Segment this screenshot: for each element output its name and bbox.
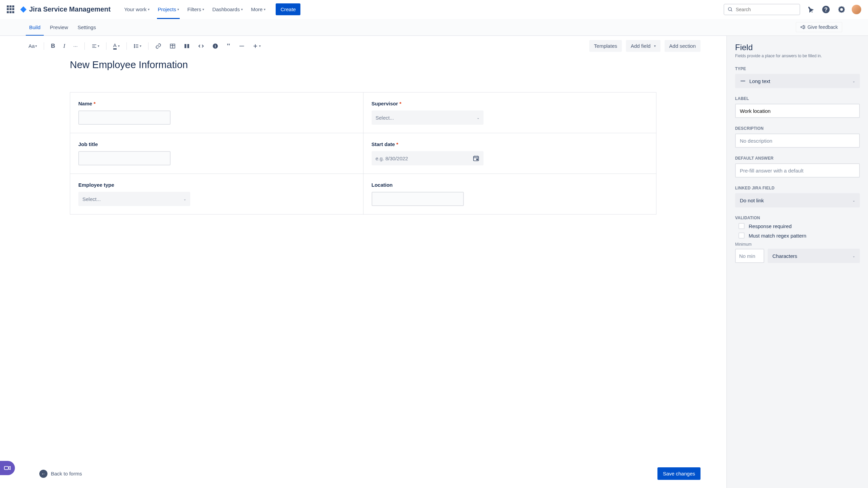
chevron-down-icon: ⌄ xyxy=(852,254,855,258)
save-changes-button[interactable]: Save changes xyxy=(657,467,701,480)
nav-more[interactable]: More▾ xyxy=(248,0,269,19)
quote-button[interactable]: " xyxy=(224,42,233,50)
field-label-name: Name * xyxy=(78,101,355,106)
linked-jira-field-select[interactable]: Do not link ⌄ xyxy=(735,193,860,207)
chevron-down-icon: ▾ xyxy=(241,7,243,11)
regex-label: Must match regex pattern xyxy=(749,233,806,239)
supervisor-select[interactable]: Select... ⌄ xyxy=(372,110,484,125)
code-button[interactable] xyxy=(195,41,207,51)
field-label-start-date: Start date * xyxy=(372,141,648,147)
templates-button[interactable]: Templates xyxy=(589,40,622,52)
regex-row: Must match regex pattern xyxy=(738,232,860,239)
chevron-down-icon: ⌄ xyxy=(183,197,186,201)
list-button[interactable]: ▾ xyxy=(131,41,144,51)
description-label: DESCRIPTION xyxy=(735,126,860,131)
insert-button[interactable]: ▾ xyxy=(250,42,263,50)
user-avatar[interactable] xyxy=(852,5,861,14)
minimum-unit-select[interactable]: Characters ⌄ xyxy=(768,249,860,263)
settings-icon[interactable] xyxy=(836,4,847,15)
document-title[interactable]: New Employee Information xyxy=(70,59,656,70)
tab-settings[interactable]: Settings xyxy=(74,20,99,35)
svg-rect-27 xyxy=(476,159,477,160)
label-label: LABEL xyxy=(735,96,860,101)
form-row: Job title Start date * e.g. 8/30/2022 xyxy=(70,133,656,174)
add-field-button[interactable]: Add field▾ xyxy=(626,40,660,52)
minimum-input[interactable] xyxy=(735,249,764,263)
response-required-checkbox[interactable] xyxy=(738,223,745,229)
align-button[interactable]: ▾ xyxy=(89,41,102,51)
form-cell-supervisor[interactable]: Supervisor * Select... ⌄ xyxy=(363,93,656,133)
search-input[interactable] xyxy=(736,7,796,12)
nav-filters[interactable]: Filters▾ xyxy=(184,0,208,19)
form-cell-start-date[interactable]: Start date * e.g. 8/30/2022 xyxy=(363,133,656,174)
create-button[interactable]: Create xyxy=(276,3,300,15)
svg-point-9 xyxy=(134,46,135,46)
minimum-label: Minimum xyxy=(735,242,860,247)
default-answer-label: DEFAULT ANSWER xyxy=(735,156,860,161)
location-input[interactable] xyxy=(372,192,464,206)
description-input[interactable] xyxy=(735,134,860,148)
table-button[interactable] xyxy=(167,41,178,51)
chevron-down-icon: ⌄ xyxy=(852,199,855,202)
svg-rect-29 xyxy=(4,466,8,469)
panel-subtitle: Fields provide a place for answers to be… xyxy=(735,54,860,58)
long-text-icon xyxy=(740,78,746,84)
chevron-down-icon: ▾ xyxy=(264,7,265,11)
italic-button[interactable]: I xyxy=(61,41,68,52)
name-input[interactable] xyxy=(78,110,171,125)
svg-text:?: ? xyxy=(824,7,828,13)
bold-button[interactable]: B xyxy=(48,41,58,52)
nav-dashboards[interactable]: Dashboards▾ xyxy=(209,0,246,19)
response-required-label: Response required xyxy=(749,223,792,229)
layout-button[interactable] xyxy=(181,41,193,51)
tab-build[interactable]: Build xyxy=(26,20,44,35)
app-switcher-icon[interactable] xyxy=(7,5,15,14)
regex-checkbox[interactable] xyxy=(738,232,745,239)
more-formatting-button[interactable]: ··· xyxy=(71,41,80,51)
link-button[interactable] xyxy=(153,41,164,51)
text-style-button[interactable]: Aa▾ xyxy=(26,41,40,51)
form-cell-name[interactable]: Name * xyxy=(70,93,363,133)
search-box[interactable] xyxy=(724,4,800,15)
editor-area: Aa▾ B I ··· ▾ A▾ ▾ xyxy=(0,36,727,488)
main-area: Aa▾ B I ··· ▾ A▾ ▾ xyxy=(0,36,868,488)
form-cell-job-title[interactable]: Job title xyxy=(70,133,363,174)
notifications-icon[interactable] xyxy=(805,4,816,15)
chevron-down-icon: ⌄ xyxy=(477,116,479,120)
nav-items: Your work▾ Projects▾ Filters▾ Dashboards… xyxy=(121,0,300,19)
default-answer-input[interactable] xyxy=(735,163,860,178)
type-select[interactable]: Long text ⌄ xyxy=(735,74,860,88)
text-color-button[interactable]: A▾ xyxy=(111,40,122,52)
validation-label: VALIDATION xyxy=(735,216,860,220)
field-label-employee-type: Employee type xyxy=(78,182,355,188)
field-label-job-title: Job title xyxy=(78,141,355,147)
nav-your-work[interactable]: Your work▾ xyxy=(121,0,153,19)
form-cell-location[interactable]: Location xyxy=(363,174,656,214)
product-name: Jira Service Management xyxy=(29,5,111,13)
svg-point-11 xyxy=(134,47,135,48)
svg-rect-17 xyxy=(187,44,189,48)
megaphone-icon xyxy=(800,24,806,30)
divider-button[interactable] xyxy=(236,41,248,51)
start-date-input[interactable]: e.g. 8/30/2022 xyxy=(372,151,484,165)
give-feedback-button[interactable]: Give feedback xyxy=(796,22,843,32)
top-navigation: Jira Service Management Your work▾ Proje… xyxy=(0,0,868,19)
linked-jira-field-label: LINKED JIRA FIELD xyxy=(735,186,860,190)
help-icon[interactable]: ? xyxy=(821,4,831,15)
job-title-input[interactable] xyxy=(78,151,171,165)
employee-type-select[interactable]: Select... ⌄ xyxy=(78,192,190,206)
label-input[interactable] xyxy=(735,104,860,118)
chevron-down-icon: ▾ xyxy=(177,7,179,11)
product-logo[interactable]: Jira Service Management xyxy=(20,5,111,13)
svg-rect-16 xyxy=(184,44,186,48)
nav-projects[interactable]: Projects▾ xyxy=(154,0,182,19)
info-button[interactable]: i xyxy=(210,41,221,51)
tab-preview[interactable]: Preview xyxy=(46,20,71,35)
panel-title: Field xyxy=(735,43,860,52)
field-label-location: Location xyxy=(372,182,648,188)
back-to-forms-button[interactable]: ← Back to forms xyxy=(26,470,82,478)
form-cell-employee-type[interactable]: Employee type Select... ⌄ xyxy=(70,174,363,214)
add-section-button[interactable]: Add section xyxy=(665,40,701,52)
editor-footer: ← Back to forms Save changes xyxy=(0,462,726,488)
video-help-button[interactable] xyxy=(0,461,15,475)
